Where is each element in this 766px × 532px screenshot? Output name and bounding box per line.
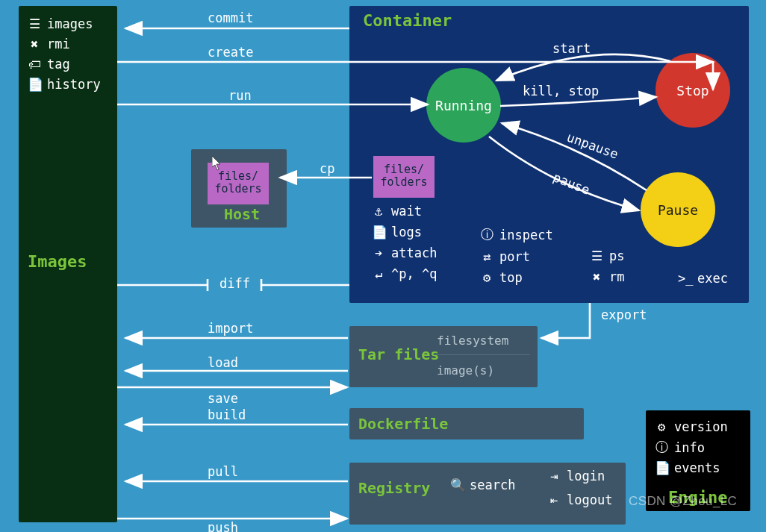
- label-start: start: [552, 41, 591, 56]
- arrow-export: [541, 303, 590, 338]
- label-cp: cp: [320, 161, 334, 176]
- label-pull: pull: [208, 464, 238, 479]
- label-push: push: [208, 520, 238, 532]
- label-run: run: [228, 88, 252, 103]
- label-create: create: [208, 45, 253, 60]
- label-diff: diff: [219, 276, 250, 291]
- label-export: export: [601, 307, 647, 322]
- label-killstop: kill, stop: [523, 84, 599, 98]
- watermark: CSDN @Zhou_LC: [629, 494, 737, 509]
- label-import: import: [208, 321, 253, 336]
- arrow-start: [496, 54, 670, 81]
- label-build: build: [208, 407, 246, 422]
- arrows-svg: [0, 0, 766, 532]
- label-load: load: [208, 355, 238, 370]
- label-save: save: [208, 391, 238, 406]
- label-commit: commit: [208, 10, 253, 25]
